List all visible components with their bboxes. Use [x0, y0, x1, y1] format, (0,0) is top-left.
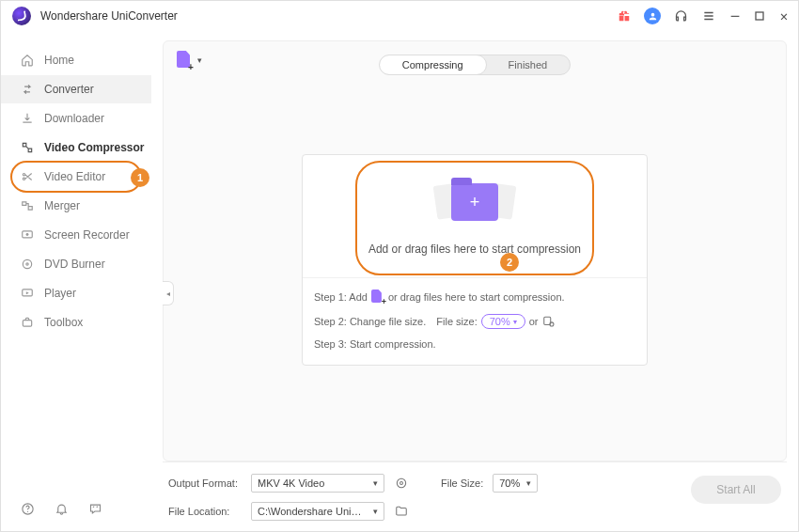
compressor-icon	[20, 140, 35, 155]
filesize-select[interactable]: 70%▾	[493, 474, 538, 493]
sidebar-item-label: Video Editor	[44, 170, 105, 183]
sidebar-item-label: Screen Recorder	[44, 228, 130, 242]
custom-settings-icon[interactable]	[542, 315, 556, 328]
svg-point-12	[400, 482, 403, 485]
recorder-icon	[20, 227, 35, 243]
add-file-icon	[177, 51, 194, 70]
add-file-button[interactable]: ▾	[177, 51, 202, 70]
footer-bar: Output Format: MKV 4K Video▾ File Size: …	[163, 462, 787, 532]
sidebar-item-label: Player	[44, 287, 76, 300]
step-2: Step 2: Change file size. File size: 70%…	[314, 314, 635, 329]
sidebar-item-downloader[interactable]: Downloader	[1, 104, 151, 133]
feedback-icon[interactable]	[87, 501, 102, 516]
sidebar-item-label: Home	[44, 54, 74, 67]
maximize-button[interactable]	[753, 8, 766, 23]
tab-finished[interactable]: Finished	[486, 55, 571, 74]
sidebar-item-video-compressor[interactable]: Video Compressor	[1, 133, 151, 162]
sidebar-item-screen-recorder[interactable]: Screen Recorder	[1, 221, 151, 249]
output-settings-icon[interactable]	[394, 476, 409, 491]
user-account-icon[interactable]	[644, 8, 661, 24]
dvd-icon	[20, 257, 35, 272]
output-format-label: Output Format:	[168, 477, 242, 489]
start-all-button[interactable]: Start All	[691, 476, 781, 504]
file-location-label: File Location:	[168, 506, 242, 517]
svg-point-3	[23, 259, 31, 268]
sidebar-item-merger[interactable]: Merger	[1, 192, 151, 220]
svg-point-11	[397, 478, 405, 487]
output-format-select[interactable]: MKV 4K Video▾	[251, 474, 384, 493]
filesize-label: File Size:	[441, 477, 483, 489]
tab-compressing[interactable]: Compressing	[379, 55, 487, 75]
sidebar-item-label: Toolbox	[44, 316, 83, 329]
content-area: ◂ ▾ Compressing Finished	[151, 31, 798, 532]
home-icon	[20, 53, 35, 68]
headset-icon[interactable]	[672, 8, 689, 24]
sidebar-item-video-editor[interactable]: Video Editor	[1, 163, 151, 191]
app-logo	[12, 7, 31, 25]
app-title: Wondershare UniConverter	[40, 9, 616, 23]
step-1: Step 1: Add or drag files here to start …	[314, 289, 635, 305]
titlebar: Wondershare UniConverter ─ ✕	[1, 1, 798, 31]
sidebar-item-dvd-burner[interactable]: DVD Burner	[1, 250, 151, 278]
svg-rect-6	[23, 321, 31, 326]
sidebar-item-label: DVD Burner	[44, 258, 105, 271]
sidebar-item-player[interactable]: Player	[1, 279, 151, 307]
gift-icon[interactable]	[616, 8, 633, 24]
bell-icon[interactable]	[54, 501, 69, 516]
drop-zone[interactable]: Add or drag files here to start compress…	[303, 155, 647, 277]
filesize-pill[interactable]: 70%▾	[481, 314, 525, 329]
help-icon[interactable]	[20, 501, 35, 516]
scissors-icon	[20, 169, 35, 184]
close-button[interactable]: ✕	[777, 8, 791, 23]
sidebar-item-converter[interactable]: Converter	[1, 75, 151, 103]
toolbox-icon	[20, 315, 35, 330]
svg-point-4	[26, 263, 28, 265]
sidebar-item-label: Video Compressor	[44, 141, 144, 154]
annotation-badge-1: 1	[131, 168, 149, 187]
svg-rect-0	[756, 12, 763, 20]
sidebar-item-label: Merger	[44, 199, 80, 212]
folder-illustration	[428, 177, 522, 227]
sidebar-item-home[interactable]: Home	[1, 46, 151, 74]
sidebar-item-label: Converter	[44, 83, 94, 96]
status-tabs: Compressing Finished	[379, 55, 571, 75]
add-file-icon	[371, 289, 384, 305]
converter-icon	[20, 82, 35, 97]
instruction-steps: Step 1: Add or drag files here to start …	[303, 277, 647, 350]
file-location-select[interactable]: C:\Wondershare UniConverter▾	[251, 502, 384, 521]
minimize-button[interactable]: ─	[728, 8, 742, 23]
step-3: Step 3: Start compression.	[314, 338, 635, 350]
svg-point-8	[26, 510, 27, 511]
drop-panel: Add or drag files here to start compress…	[302, 154, 648, 366]
open-folder-icon[interactable]	[394, 504, 409, 519]
chevron-down-icon: ▾	[197, 55, 202, 65]
sidebar-item-toolbox[interactable]: Toolbox	[1, 308, 151, 336]
svg-point-2	[26, 233, 29, 236]
sidebar: Home Converter Downloader Video Compress…	[1, 31, 151, 532]
sidebar-collapse-handle[interactable]: ◂	[163, 281, 174, 305]
folder-add-icon	[451, 183, 498, 221]
annotation-badge-2: 2	[500, 253, 519, 272]
menu-icon[interactable]	[700, 8, 717, 24]
download-icon	[20, 111, 35, 126]
player-icon	[20, 286, 35, 301]
sidebar-item-label: Downloader	[44, 112, 104, 125]
merger-icon	[20, 198, 35, 213]
